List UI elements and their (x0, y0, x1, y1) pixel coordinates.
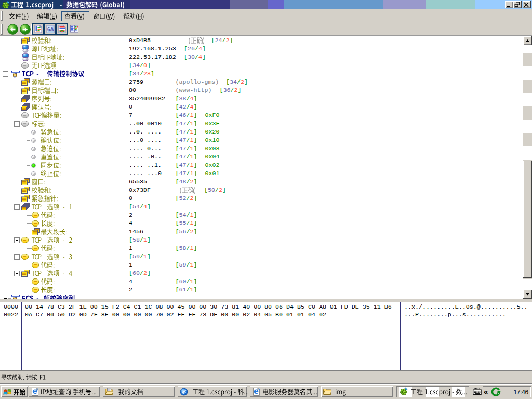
svg-text:6A: 6A (47, 26, 54, 32)
